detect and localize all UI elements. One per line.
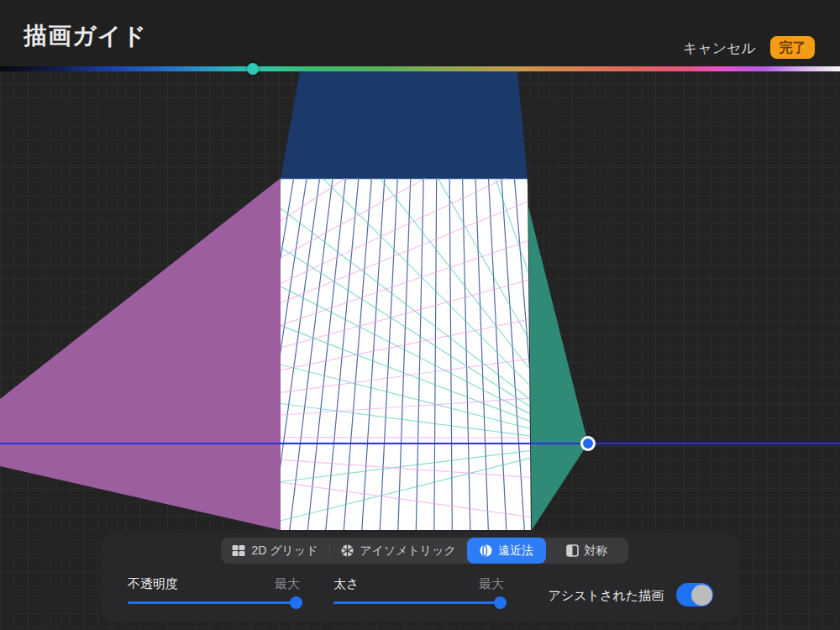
toggle-knob — [691, 585, 712, 606]
cancel-button[interactable]: キャンセル — [683, 39, 756, 58]
guide-type-tabbar: 2D グリッド アイソメトリック — [221, 538, 628, 564]
isometric-icon — [341, 544, 354, 557]
tab-label: 対称 — [585, 543, 608, 559]
opacity-label: 不透明度 — [128, 576, 178, 592]
spectrum-handle[interactable] — [247, 63, 259, 75]
page-title: 描画ガイド — [24, 20, 147, 52]
assisted-drawing-label: アシストされた描画 — [549, 588, 664, 604]
tab-perspective[interactable]: 遠近法 — [467, 538, 546, 564]
tab-label: アイソメトリック — [360, 543, 456, 559]
symmetry-icon — [566, 544, 579, 557]
tab-label: 2D グリッド — [251, 543, 318, 559]
opacity-slider-knob[interactable] — [290, 596, 302, 609]
color-spectrum-bar[interactable] — [0, 66, 840, 71]
thickness-value: 最大 — [452, 576, 504, 592]
grid-icon — [232, 544, 245, 557]
opacity-slider[interactable] — [128, 601, 300, 604]
tab-label: 遠近法 — [498, 543, 533, 559]
header-bar: 描画ガイド キャンセル 完了 — [0, 0, 840, 66]
done-button[interactable]: 完了 — [770, 36, 815, 59]
thickness-slider[interactable] — [333, 601, 504, 604]
right-vp-fan-shape — [528, 207, 588, 530]
thickness-slider-knob[interactable] — [494, 596, 507, 609]
left-vp-fan-shape — [0, 178, 281, 530]
tab-isometric[interactable]: アイソメトリック — [330, 538, 467, 564]
drawing-guide-screen: 描画ガイド キャンセル 完了 2D グリッド — [0, 0, 840, 630]
guide-settings-panel: 2D グリッド アイソメトリック — [101, 532, 739, 622]
vanishing-point-handle[interactable] — [582, 438, 595, 450]
tab-2d-grid[interactable]: 2D グリッド — [221, 538, 329, 564]
perspective-icon — [480, 544, 492, 557]
top-vp-fan-shape — [281, 71, 528, 179]
opacity-value: 最大 — [248, 576, 300, 592]
tab-symmetry[interactable]: 対称 — [546, 538, 627, 564]
thickness-label: 太さ — [333, 576, 359, 592]
assisted-drawing-toggle[interactable] — [676, 583, 713, 606]
